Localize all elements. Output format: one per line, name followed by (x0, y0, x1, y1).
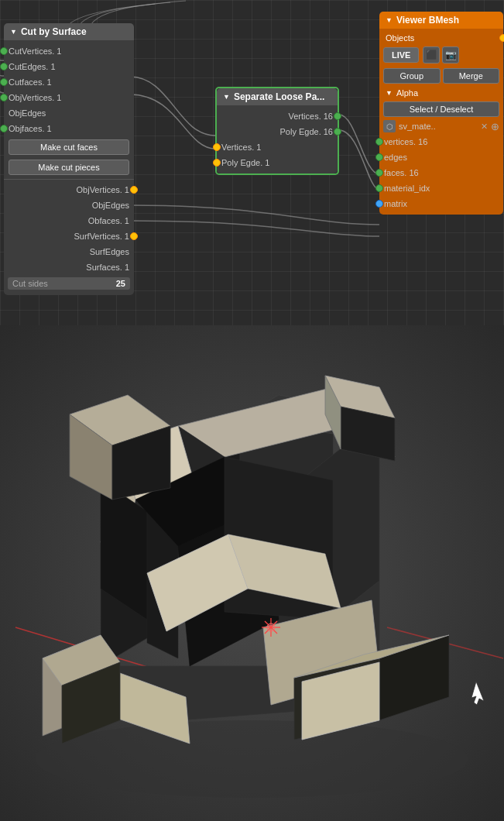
label-vertices16-out: Vertices. 16 (289, 112, 333, 121)
cut-sides-value: 25 (116, 279, 125, 288)
node-buttons-row2: Make cut pieces (4, 156, 134, 177)
label-objEdges-out: ObjEdges (92, 201, 129, 210)
label-surfaces-out: Surfaces. 1 (86, 263, 129, 272)
socket-objfaces-in[interactable] (0, 125, 8, 132)
node-divider (4, 179, 134, 180)
sv-close-icon[interactable]: ✕ (481, 122, 488, 132)
label-vertices-viewer: vertices. 16 (384, 137, 427, 146)
socket-cutfaces-in[interactable] (0, 78, 8, 86)
select-deselect-button[interactable]: Select / Deselect (383, 101, 499, 117)
node-viewer-body: Objects LIVE ⬛ 📷 Group Merge ▼ Alpha (379, 29, 503, 215)
sv-icon: ⬡ (383, 120, 396, 132)
socket-polyegde16-out[interactable] (334, 128, 341, 136)
socket-surfvertices-out[interactable] (130, 232, 138, 240)
cut-sides-label: Cut sides (12, 279, 116, 288)
node-viewer-bmesh: ▼ Viewer BMesh Objects LIVE ⬛ 📷 Group (379, 12, 503, 215)
socket-material-idx-out[interactable] (375, 184, 383, 192)
node-cut-surface-body: CutVertices. 1 CutEdges. 1 Cutfaces. 1 O… (4, 40, 134, 295)
viewer-group-merge-row: Group Merge (379, 66, 503, 86)
label-obfaces-out: Obfaces. 1 (88, 216, 129, 225)
socket-matrix-out[interactable] (375, 200, 383, 208)
viewer-out-faces: faces. 16 (379, 165, 503, 180)
node-separate-header[interactable]: ▼ Separate Loose Pa... (217, 88, 338, 105)
alpha-row: ▼ Alpha (379, 86, 503, 100)
collapse-triangle: ▼ (10, 28, 17, 36)
viewer-objects-label: Objects (386, 33, 414, 43)
label-objEdges-in: ObjEdges (9, 108, 46, 118)
viewer-icon-camera[interactable]: 📷 (442, 46, 459, 64)
label-cutedges: CutEdges. 1 (9, 62, 56, 71)
3d-viewport[interactable] (0, 325, 504, 821)
viewer-out-edges: edges (379, 149, 503, 165)
live-button[interactable]: LIVE (383, 47, 419, 63)
socket-row-polyegde16-out: Poly Egde. 16 (217, 124, 338, 139)
socket-row-vertices1-in: Vertices. 1 (217, 139, 338, 155)
collapse-triangle-viewer: ▼ (386, 16, 393, 24)
socket-row-surfaces-out: Surfaces. 1 (4, 259, 134, 275)
viewport-svg (0, 325, 504, 821)
label-cutvertices: CutVertices. 1 (9, 46, 61, 56)
socket-faces-viewer-out[interactable] (375, 169, 383, 177)
socket-row-objEdges-in: ObjEdges (4, 105, 134, 121)
label-matrix: matrix (384, 199, 407, 208)
node-editor: ▼ Cut by Surface CutVertices. 1 CutEdges… (0, 0, 504, 325)
node-cut-surface-header[interactable]: ▼ Cut by Surface (4, 23, 134, 40)
viewer-out-material-idx: material_idx (379, 180, 503, 196)
socket-vertices1-in[interactable] (213, 143, 221, 151)
viewer-out-matrix: matrix (379, 196, 503, 211)
socket-row-polyegde1-in: Poly Egde. 1 (217, 155, 338, 170)
label-edges-viewer: edges (384, 153, 407, 162)
viewer-icons: ⬛ 📷 (423, 46, 459, 64)
make-cut-faces-button[interactable]: Make cut faces (9, 139, 129, 155)
group-button[interactable]: Group (383, 68, 441, 84)
node-cut-surface-title: Cut by Surface (21, 26, 87, 37)
node-buttons-row: Make cut faces (4, 136, 134, 156)
socket-objvertices-in[interactable] (0, 94, 8, 101)
label-objvertices-in: ObjVertices. 1 (9, 93, 61, 102)
socket-cutedges-in[interactable] (0, 63, 8, 70)
label-faces-viewer: faces. 16 (384, 168, 419, 177)
socket-cutvertices-in[interactable] (0, 47, 8, 55)
label-objvertices-out: ObjVertices. 1 (77, 185, 129, 194)
alpha-label: Alpha (396, 88, 418, 98)
label-surfvertices-out: SurfVertices. 1 (74, 232, 129, 241)
collapse-triangle-sep: ▼ (223, 93, 230, 101)
socket-row-surfvertices-out: SurfVertices. 1 (4, 228, 134, 244)
socket-row-objfaces-in: Objfaces. 1 (4, 121, 134, 136)
socket-row-cutfaces: Cutfaces. 1 (4, 74, 134, 90)
socket-row-cutedges: CutEdges. 1 (4, 59, 134, 74)
node-separate-loose: ▼ Separate Loose Pa... Vertices. 16 Poly… (215, 87, 339, 175)
socket-polyegde1-in[interactable] (213, 159, 221, 167)
socket-objvertices-out[interactable] (130, 186, 138, 194)
socket-row-objEdges-out: ObjEdges (4, 198, 134, 213)
label-polyegde1-in: Poly Egde. 1 (221, 158, 269, 167)
cut-sides-row[interactable]: Cut sides 25 (8, 277, 130, 290)
node-cut-surface: ▼ Cut by Surface CutVertices. 1 CutEdges… (4, 23, 134, 295)
label-objfaces-in: Objfaces. 1 (9, 124, 52, 133)
sv-mate-text: sv_mate.. (399, 122, 478, 131)
socket-vertices16-out[interactable] (334, 112, 341, 120)
socket-row-cutvertices: CutVertices. 1 (4, 43, 134, 59)
svg-point-1 (35, 720, 468, 798)
socket-row-obfaces-out: Obfaces. 1 (4, 213, 134, 228)
viewer-out-vertices: vertices. 16 (379, 134, 503, 149)
label-material-idx: material_idx (384, 184, 430, 193)
sv-plus-icon[interactable]: ⊕ (491, 121, 499, 132)
node-viewer-header[interactable]: ▼ Viewer BMesh (379, 12, 503, 29)
node-separate-body: Vertices. 16 Poly Egde. 16 Vertices. 1 P… (217, 105, 338, 173)
socket-row-vertices16-out: Vertices. 16 (217, 108, 338, 124)
sv-mate-row: ⬡ sv_mate.. ✕ ⊕ (379, 119, 503, 134)
socket-edges-viewer-out[interactable] (375, 153, 383, 161)
alpha-triangle: ▼ (386, 89, 393, 97)
label-vertices1-in: Vertices. 1 (221, 143, 261, 152)
viewer-live-row: LIVE ⬛ 📷 (379, 44, 503, 66)
node-separate-title: Separate Loose Pa... (234, 91, 324, 102)
merge-button[interactable]: Merge (443, 68, 500, 84)
socket-vertices-viewer-out[interactable] (375, 138, 383, 146)
make-cut-pieces-button[interactable]: Make cut pieces (9, 160, 129, 175)
socket-objects-out[interactable] (499, 34, 504, 42)
socket-row-surfEdges-out: SurfEdges (4, 244, 134, 259)
label-polyegde16-out: Poly Egde. 16 (280, 127, 334, 136)
label-cutfaces: Cutfaces. 1 (9, 77, 52, 87)
viewer-icon-monitor[interactable]: ⬛ (423, 46, 440, 64)
